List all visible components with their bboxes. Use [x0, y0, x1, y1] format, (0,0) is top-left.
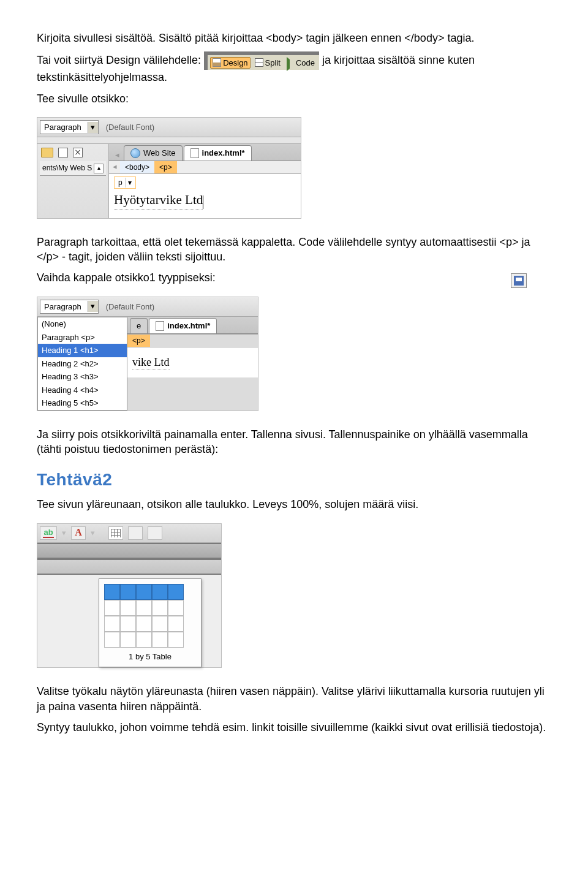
chevron-down-icon: ▾ [88, 122, 98, 133]
table-size-caption: 1 by 5 Table [104, 651, 196, 662]
style-dropdown-list[interactable]: (None) Paragraph <p> Heading 1 <h1> Head… [37, 317, 127, 411]
heading-tehtava2: Tehtävä2 [37, 468, 551, 491]
tab-split[interactable]: Split [253, 58, 282, 69]
path-text: ents\My Web S [42, 163, 92, 173]
tab-index[interactable]: index.html* [184, 145, 252, 161]
tab-index-label-2: index.html* [167, 320, 210, 332]
highlight-button[interactable]: ab [40, 526, 57, 540]
design-icon [213, 58, 221, 67]
style-option[interactable]: Paragraph <p> [38, 331, 127, 344]
para-make-table: Tee sivun yläreunaan, otsikon alle taulu… [37, 497, 551, 512]
chevron-down-icon: ▾ [125, 178, 132, 188]
tab-index-label: index.html* [202, 148, 245, 159]
style-combo[interactable]: Paragraph ▾ [40, 120, 99, 135]
table-cell[interactable] [168, 632, 184, 648]
table-cell[interactable] [120, 632, 136, 648]
para-change-heading: Vaihda kappale otsikko1 tyyppiseksi: [37, 270, 551, 285]
p-tag-handle[interactable]: p ▾ [114, 176, 136, 189]
p-tag-text: p [118, 178, 123, 188]
para-design-tab: Tai voit siirtyä Design välilehdelle: De… [37, 51, 551, 85]
crumb-p-2[interactable]: <p> [127, 335, 150, 347]
insert-table-button[interactable] [108, 526, 123, 540]
save-button[interactable] [511, 273, 527, 288]
table-cell[interactable] [120, 616, 136, 632]
font-color-button[interactable]: A [71, 526, 86, 540]
style-option[interactable]: Heading 5 <h5> [38, 396, 127, 410]
para-make-title: Tee sivulle otsikko: [37, 91, 551, 106]
canvas-2[interactable]: vike Ltd [127, 347, 258, 377]
scroll-up-icon[interactable]: ▴ [94, 164, 104, 173]
tab-website-label: Web Site [143, 148, 176, 159]
table-cell[interactable] [104, 584, 120, 600]
screenshot-style-dropdown: Paragraph ▾ (Default Font) (None) Paragr… [37, 297, 258, 411]
table-cell[interactable] [120, 584, 136, 600]
table-cell[interactable] [104, 616, 120, 632]
globe-icon [130, 148, 140, 158]
para-result: Syntyy taulukko, johon voimme tehdä esim… [37, 720, 551, 735]
para-paragraph-means: Paragraph tarkoittaa, että olet tekemäss… [37, 235, 551, 265]
table-cell[interactable] [152, 600, 168, 616]
font-label-2: (Default Font) [102, 301, 154, 313]
canvas-text: Hyötytarvike Ltd [114, 191, 203, 209]
toolbar-button[interactable] [128, 526, 143, 540]
toolbar-button[interactable] [148, 526, 162, 540]
split-icon [255, 58, 263, 67]
tab-e[interactable]: e [130, 318, 148, 333]
font-label: (Default Font) [102, 122, 154, 133]
crumb-p[interactable]: <p> [154, 161, 177, 173]
table-cell[interactable] [152, 616, 168, 632]
p2a-text: Tai voit siirtyä Design välilehdelle: [37, 54, 204, 66]
tab-code-label: Code [296, 58, 315, 69]
crumb-body[interactable]: <body> [120, 161, 154, 173]
table-cell[interactable] [136, 600, 152, 616]
table-cell[interactable] [152, 584, 168, 600]
para-select-tool: Valitse työkalu näytön yläreunasta (hiir… [37, 684, 551, 714]
canvas[interactable]: p ▾ Hyötytarvike Ltd [109, 174, 301, 218]
table-cell[interactable] [152, 632, 168, 648]
style-option-selected[interactable]: Heading 1 <h1> [38, 344, 127, 357]
para-intro: Kirjoita sivullesi sisältöä. Sisältö pit… [37, 31, 551, 45]
document-icon [190, 148, 199, 158]
para-save: Ja siirry pois otsikkoriviltä painamalla… [37, 427, 551, 457]
style-combo-value: Paragraph [44, 122, 81, 133]
nav-left-icon-2[interactable]: ◂ [109, 161, 120, 173]
table-size-grid[interactable] [104, 584, 196, 646]
screenshot-insert-table: ab ▾ A ▾ 1 by 5 Table [37, 523, 222, 669]
canvas-text-2: vike Ltd [132, 355, 170, 370]
style-option[interactable]: Heading 2 <h2> [38, 357, 127, 371]
document-icon [156, 321, 164, 331]
table-cell[interactable] [104, 600, 120, 616]
left-panel: ents\My Web S ▴ [37, 144, 109, 218]
table-size-popup: 1 by 5 Table [99, 578, 202, 668]
folder-icon[interactable] [41, 148, 53, 157]
table-cell[interactable] [168, 600, 184, 616]
style-option[interactable]: Heading 4 <h4> [38, 384, 127, 397]
style-option[interactable]: (None) [38, 317, 127, 331]
tab-split-label: Split [265, 58, 281, 69]
close-icon[interactable] [73, 148, 83, 157]
floppy-icon [514, 276, 524, 286]
chevron-right-icon [287, 57, 290, 71]
table-cell[interactable] [104, 632, 120, 648]
tab-e-label: e [137, 320, 141, 332]
table-cell[interactable] [136, 632, 152, 648]
table-cell[interactable] [120, 600, 136, 616]
nav-left-icon[interactable]: ◂ [111, 150, 123, 161]
tab-index-2[interactable]: index.html* [149, 318, 217, 333]
tab-design-label: Design [223, 58, 247, 69]
tab-code[interactable]: Code [285, 58, 317, 69]
style-option[interactable]: Heading 3 <h3> [38, 370, 127, 384]
tab-website[interactable]: Web Site [124, 145, 183, 161]
table-cell[interactable] [168, 616, 184, 632]
tab-design[interactable]: Design [210, 57, 250, 69]
style-combo-2[interactable]: Paragraph ▾ [40, 300, 99, 314]
screenshot-paragraph-editor: Paragraph ▾ (Default Font) ents\My Web S… [37, 117, 301, 219]
design-split-code-toolbar: Design Split Code [204, 51, 319, 70]
new-window-icon[interactable] [58, 148, 68, 157]
style-combo-value-2: Paragraph [44, 301, 81, 313]
table-cell[interactable] [136, 584, 152, 600]
table-cell[interactable] [136, 616, 152, 632]
chevron-down-icon: ▾ [88, 301, 98, 312]
table-cell[interactable] [168, 584, 184, 600]
